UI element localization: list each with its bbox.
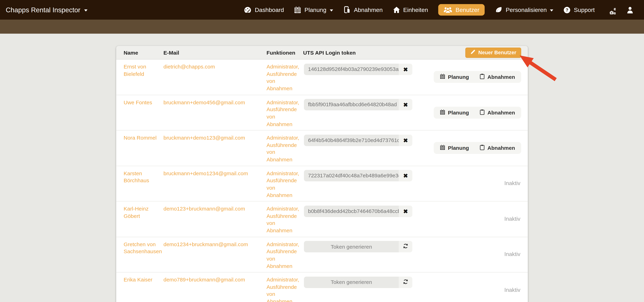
- status-inactive-label: Inaktiv: [504, 215, 521, 223]
- user-email-link[interactable]: dietrich@chapps.com: [164, 63, 215, 70]
- status-inactive-label: Inaktiv: [504, 286, 521, 294]
- clipboard-icon: [480, 109, 484, 116]
- row-actions-group: Planung Abnahmen: [434, 107, 521, 118]
- token-display-group: 722317a024df40c48a7eb489a6e99e3d ✖: [304, 170, 412, 181]
- nav-item-abnahmen[interactable]: Abnahmen: [343, 6, 383, 13]
- brand-menu[interactable]: Chapps Rental Inspector: [6, 6, 87, 14]
- user-functions-link[interactable]: Administrator, Ausführende von Abnahmen: [266, 241, 302, 270]
- token-value: b0b8f436dedd42bcb7464670b6a48ccb: [304, 205, 399, 217]
- inspection-icon: [343, 6, 351, 13]
- x-icon: ✖: [403, 137, 408, 143]
- refresh-icon: [403, 243, 408, 250]
- pencil-icon: [470, 49, 475, 56]
- user-name-link[interactable]: Ernst von Bielefeld: [124, 63, 160, 78]
- row-abnahmen-button[interactable]: Abnahmen: [480, 109, 515, 116]
- user-name-link[interactable]: Karsten Börchhaus: [124, 170, 160, 184]
- calendar-icon: [440, 144, 445, 152]
- token-value: 722317a024df40c48a7eb489a6e99e3d: [304, 170, 399, 181]
- user-email-link[interactable]: demo1234+bruckmann@gmail.com: [164, 241, 248, 248]
- users-icon: [444, 6, 452, 13]
- user-name-link[interactable]: Gretchen von Sachsenhausen: [124, 241, 162, 255]
- gears-icon: [606, 5, 616, 14]
- x-icon: ✖: [403, 66, 408, 72]
- col-header-token: UTS API Login token: [303, 49, 420, 56]
- token-clear-button[interactable]: ✖: [399, 170, 412, 181]
- token-display-group: fbb5f901f9aa46afbbcd6e64820b48ad ✖: [304, 99, 412, 110]
- user-functions-link[interactable]: Administrator, Ausführende von Abnahmen: [266, 170, 302, 199]
- row-actions-group: Planung Abnahmen: [434, 71, 521, 83]
- row-actions-group: Planung Abnahmen: [434, 142, 521, 154]
- user-email-link[interactable]: bruckmann+demo456@gmail.com: [164, 99, 245, 106]
- row-planung-button[interactable]: Planung: [440, 144, 469, 152]
- refresh-icon: [403, 279, 408, 285]
- table-row: Karsten Börchhaus bruckmann+demo1234@gma…: [116, 166, 528, 201]
- token-clear-button[interactable]: ✖: [399, 134, 412, 146]
- token-clear-button[interactable]: ✖: [399, 99, 412, 110]
- token-generate-group: Token generieren: [304, 241, 412, 252]
- user-email-link[interactable]: demo789+bruckmann@gmail.com: [164, 276, 245, 283]
- calendar-icon: [294, 6, 301, 13]
- token-display-group: 64f4b540b4864f39b2e710ed4d73761d ✖: [304, 134, 412, 146]
- token-display-group: b0b8f436dedd42bcb7464670b6a48ccb ✖: [304, 205, 412, 217]
- nav-item-support[interactable]: Support: [564, 6, 595, 13]
- table-header-row: Name E-Mail Funktionen UTS API Login tok…: [116, 46, 528, 59]
- nav-item-planung[interactable]: Planung: [294, 6, 333, 13]
- dashboard-icon: [244, 6, 252, 13]
- x-icon: ✖: [403, 172, 408, 179]
- chevron-down-icon: [330, 9, 333, 11]
- x-icon: ✖: [403, 208, 408, 214]
- user-name-link[interactable]: Karl-Heinz Göbert: [124, 205, 160, 220]
- table-row: Erika Kaiser demo789+bruckmann@gmail.com…: [116, 273, 528, 302]
- calendar-icon: [440, 109, 445, 116]
- token-value: fbb5f901f9aa46afbbcd6e64820b48ad: [304, 99, 399, 110]
- nav-item-einheiten[interactable]: Einheiten: [393, 6, 428, 13]
- token-value: 146128d9526f4b03a2790239e93053af: [304, 63, 399, 75]
- user-email-link[interactable]: bruckmann+demo123@gmail.com: [164, 134, 245, 141]
- token-refresh-button[interactable]: [399, 276, 412, 288]
- user-name-link[interactable]: Erika Kaiser: [124, 276, 152, 283]
- nav-item-personalisieren[interactable]: Personalisieren: [495, 6, 553, 13]
- user-name-link[interactable]: Uwe Fontes: [124, 99, 152, 106]
- settings-gears-button[interactable]: [606, 5, 616, 14]
- clipboard-icon: [480, 144, 484, 152]
- row-abnahmen-button[interactable]: Abnahmen: [480, 144, 515, 152]
- user-functions-link[interactable]: Administrator, Ausführende von Abnahmen: [266, 63, 302, 92]
- token-value: 64f4b540b4864f39b2e710ed4d73761d: [304, 134, 399, 146]
- token-clear-button[interactable]: ✖: [399, 205, 412, 217]
- main-nav: Dashboard Planung Abnahmen Einheiten Ben…: [244, 4, 633, 15]
- table-row: Gretchen von Sachsenhausen demo1234+bruc…: [116, 237, 528, 273]
- status-inactive-label: Inaktiv: [504, 180, 521, 187]
- user-functions-link[interactable]: Administrator, Ausführende von Abnahmen: [266, 99, 302, 128]
- token-generate-group: Token generieren: [304, 276, 412, 288]
- users-table-card: Name E-Mail Funktionen UTS API Login tok…: [116, 46, 528, 302]
- user-functions-link[interactable]: Administrator, Ausführende von Abnahmen: [266, 205, 302, 234]
- chevron-down-icon: [84, 9, 87, 11]
- user-name-link[interactable]: Nora Rommel: [124, 134, 156, 141]
- account-button[interactable]: [627, 6, 633, 13]
- table-body: Ernst von Bielefeld dietrich@chapps.com …: [116, 59, 528, 302]
- nav-item-dashboard[interactable]: Dashboard: [244, 6, 284, 13]
- col-header-name: Name: [124, 49, 164, 56]
- token-display-group: 146128d9526f4b03a2790239e93053af ✖: [304, 63, 412, 75]
- new-user-button[interactable]: Neuer Benutzer: [465, 47, 521, 58]
- app-viewport: Chapps Rental Inspector Dashboard Planun…: [0, 0, 644, 302]
- table-row: Nora Rommel bruckmann+demo123@gmail.com …: [116, 130, 528, 166]
- user-email-link[interactable]: bruckmann+demo1234@gmail.com: [164, 170, 248, 177]
- person-icon: [627, 6, 633, 13]
- status-inactive-label: Inaktiv: [504, 251, 521, 258]
- user-email-link[interactable]: demo123+bruckmann@gmail.com: [164, 205, 245, 213]
- calendar-icon: [440, 74, 445, 81]
- token-clear-button[interactable]: ✖: [399, 63, 412, 75]
- row-planung-button[interactable]: Planung: [440, 109, 469, 116]
- nav-item-benutzer[interactable]: Benutzer: [438, 4, 485, 15]
- row-abnahmen-button[interactable]: Abnahmen: [480, 74, 515, 81]
- col-header-funktionen: Funktionen: [266, 49, 303, 56]
- token-generate-button[interactable]: Token generieren: [304, 241, 399, 252]
- user-functions-link[interactable]: Administrator, Ausführende von Abnahmen: [266, 276, 302, 302]
- top-navbar: Chapps Rental Inspector Dashboard Planun…: [0, 0, 644, 20]
- user-functions-link[interactable]: Administrator, Ausführende von Abnahmen: [266, 134, 302, 163]
- question-circle-icon: [564, 6, 570, 13]
- token-refresh-button[interactable]: [399, 241, 412, 252]
- row-planung-button[interactable]: Planung: [440, 74, 469, 81]
- token-generate-button[interactable]: Token generieren: [304, 276, 399, 288]
